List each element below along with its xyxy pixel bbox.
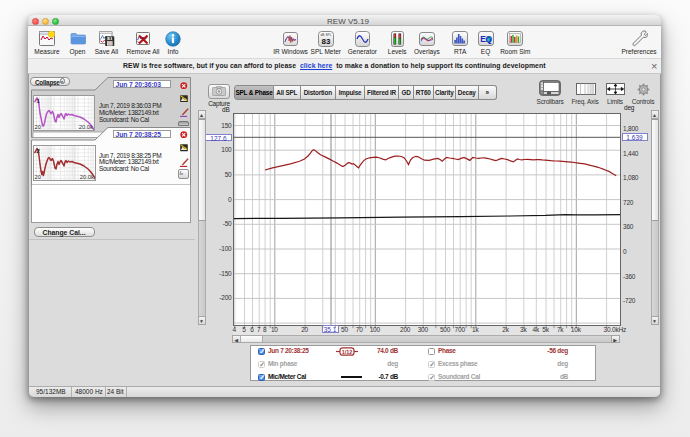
svg-text:83: 83 xyxy=(321,36,330,45)
svg-text:20: 20 xyxy=(35,174,41,180)
svg-text:1/12: 1/12 xyxy=(342,348,353,354)
svg-text:1: 1 xyxy=(37,98,41,104)
svg-text:20.0k: 20.0k xyxy=(80,174,94,180)
svg-text:Q: Q xyxy=(485,36,491,44)
